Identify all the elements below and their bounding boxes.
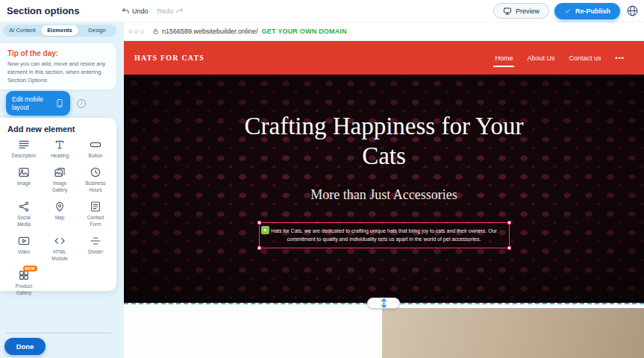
window-dot (128, 30, 132, 34)
element-label: Map (47, 215, 72, 221)
check-icon (564, 7, 572, 15)
element-contact-form[interactable]: Contact Form (78, 201, 113, 227)
element-social-media[interactable]: Social Media (7, 201, 41, 227)
nav-more-icon[interactable]: ••• (616, 54, 625, 62)
add-element-panel: Add new element Description Heading Butt… (0, 118, 116, 291)
map-icon (54, 201, 66, 213)
handle-dots: ···· (368, 301, 378, 306)
divider-icon (90, 235, 101, 247)
element-business-hours[interactable]: Business Hours (78, 166, 113, 193)
mobile-layout-row: Edit mobile layout i (6, 91, 86, 116)
element-label: HTML Module (47, 249, 72, 262)
undo-button[interactable]: Undo (119, 5, 151, 16)
language-globe-button[interactable] (625, 4, 639, 18)
element-html-module[interactable]: HTML Module (43, 235, 77, 262)
element-product-gallery[interactable]: NEW Product Gallery (7, 269, 41, 296)
hero-paragraph-selection[interactable]: ✦ Hats for Cats, we are dedicated to cra… (259, 222, 510, 248)
image-icon (18, 166, 30, 178)
info-icon[interactable]: i (77, 99, 86, 108)
button-icon (90, 139, 101, 151)
element-label: Description (11, 153, 37, 159)
social-media-icon (18, 201, 30, 213)
element-video[interactable]: Video (7, 235, 41, 262)
element-label: Video (11, 249, 37, 255)
add-element-title: Add new element (7, 125, 113, 134)
undo-label: Undo (132, 7, 149, 15)
preview-canvas: n1566589.websitebuilder.online/ GET YOUR… (124, 22, 644, 358)
topbar-actions: Preview Re-Publish (493, 3, 644, 19)
element-button[interactable]: Button (78, 139, 113, 159)
redo-button[interactable]: Redo (155, 5, 187, 16)
window-dot (134, 30, 138, 34)
browser-chrome: n1566589.websitebuilder.online/ GET YOUR… (124, 22, 644, 41)
tab-design[interactable]: Design (78, 25, 116, 36)
element-divider[interactable]: Divider (78, 235, 113, 262)
description-icon (18, 139, 30, 151)
tab-ai-content[interactable]: AI Content (4, 25, 41, 36)
topbar: Section options Undo Redo Preview Re-Pub… (0, 0, 644, 22)
contact-form-icon (90, 201, 101, 213)
window-dot (140, 30, 144, 34)
site-header[interactable]: HATS FOR CATS Home About Us Contact us •… (124, 41, 644, 75)
element-label: Button (83, 153, 108, 159)
ai-chip-icon[interactable]: ✦ (261, 226, 269, 234)
redo-label: Redo (157, 7, 174, 15)
edit-mobile-layout-label: Edit mobile layout (12, 95, 51, 110)
tab-elements[interactable]: Elements (41, 25, 78, 36)
nav-home[interactable]: Home (495, 54, 513, 62)
phone-icon (55, 96, 64, 110)
site-logo[interactable]: HATS FOR CATS (134, 54, 204, 62)
element-description[interactable]: Description (7, 139, 41, 159)
site-nav: Home About Us Contact us ••• (495, 54, 625, 62)
history-controls: Undo Redo (119, 5, 186, 16)
element-label: Social Media (11, 215, 37, 227)
element-image[interactable]: Image (7, 166, 41, 193)
html-module-icon (54, 235, 66, 247)
image-gallery-icon (54, 166, 66, 178)
section-resize-handle[interactable]: ···· ···· (367, 298, 400, 309)
edit-mobile-layout-button[interactable]: Edit mobile layout (6, 91, 70, 116)
hero-section[interactable]: Crafting Happiness for Your Cats More th… (124, 75, 644, 303)
selection-handle[interactable] (507, 246, 511, 250)
element-label: Heading (47, 153, 72, 159)
preview-label: Preview (516, 7, 540, 15)
preview-button[interactable]: Preview (493, 3, 549, 19)
republish-button[interactable]: Re-Publish (554, 3, 620, 19)
selection-handle[interactable] (257, 246, 261, 250)
element-grid: Description Heading Button Image Image G… (7, 139, 113, 296)
get-domain-link[interactable]: GET YOUR OWN DOMAIN (262, 28, 347, 35)
heading-icon (54, 139, 66, 151)
lock-icon (152, 28, 159, 35)
redo-icon (175, 7, 184, 15)
nav-contact-us[interactable]: Contact us (569, 54, 601, 62)
element-map[interactable]: Map (43, 201, 77, 227)
hero-subtitle[interactable]: More than Just Accessories (310, 187, 457, 203)
hero-paragraph[interactable]: Hats for Cats, we are dedicated to craft… (264, 227, 504, 243)
resize-arrow-icon (381, 298, 387, 308)
element-label: Product Gallery (11, 283, 37, 296)
site-preview: HATS FOR CATS Home About Us Contact us •… (124, 41, 644, 303)
next-section-image[interactable] (382, 308, 644, 358)
video-icon (18, 235, 30, 247)
element-label: Image (11, 180, 37, 186)
undo-icon (122, 7, 130, 15)
done-button[interactable]: Done (4, 338, 46, 355)
element-label: Divider (83, 249, 108, 255)
sidebar-tabs: AI Content Elements Design (3, 25, 116, 37)
element-image-gallery[interactable]: Image Gallery (43, 166, 77, 193)
element-heading[interactable]: Heading (43, 139, 77, 159)
republish-label: Re-Publish (575, 7, 610, 15)
business-hours-icon (90, 166, 101, 178)
element-label: Business Hours (83, 180, 108, 193)
tip-title: Tip of the day: (7, 49, 109, 57)
selection-handle[interactable] (257, 221, 261, 224)
site-url[interactable]: n1566589.websitebuilder.online/ (162, 28, 258, 35)
element-label: Contact Form (83, 215, 108, 227)
selection-handle[interactable] (507, 221, 511, 224)
sidebar: AI Content Elements Design Tip of the da… (0, 22, 124, 358)
element-label: Image Gallery (47, 180, 72, 193)
nav-about-us[interactable]: About Us (527, 54, 554, 62)
tip-body: Now you can add, move and resize any ele… (7, 60, 109, 85)
tip-card: Tip of the day: Now you can add, move an… (0, 43, 116, 90)
hero-title[interactable]: Crafting Happiness for Your Cats (235, 112, 534, 171)
